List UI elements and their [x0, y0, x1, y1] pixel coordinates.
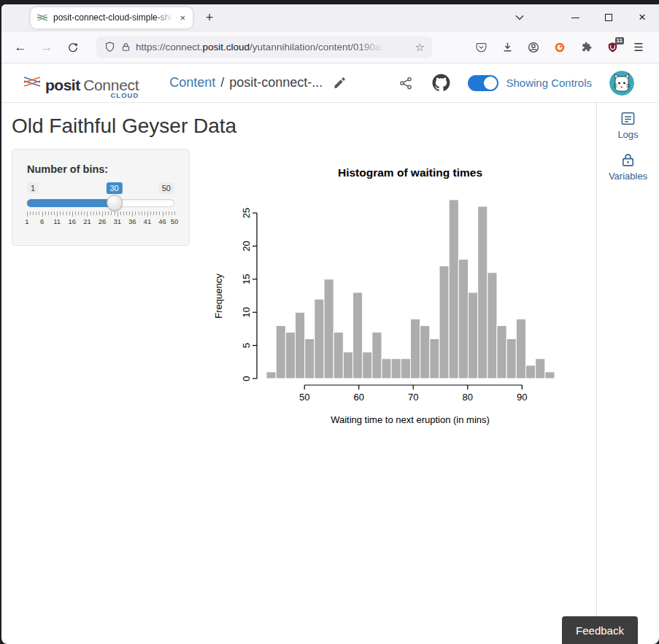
slider-grid-tick	[105, 212, 106, 215]
account-icon[interactable]	[520, 36, 547, 58]
slider-grid-tick	[57, 212, 58, 217]
svg-text:70: 70	[408, 392, 418, 403]
slider-grid-tick	[36, 212, 36, 215]
slider-grid-tick	[33, 212, 34, 215]
slider-grid-tick	[99, 212, 100, 215]
slider-grid-tick	[115, 212, 115, 215]
url-bar[interactable]: https://connect.posit.cloud/yutannihilat…	[96, 36, 432, 58]
svg-text:90: 90	[517, 392, 527, 403]
ublock-icon[interactable]: 11	[599, 36, 625, 58]
slider-grid-tick	[45, 212, 46, 215]
browser-tab[interactable]: posit-connect-cloud-simple-shi ×	[31, 7, 193, 28]
slider-grid-label: 41	[144, 217, 152, 225]
logo-sub: CLOUD	[110, 92, 139, 99]
slider-grid-tick	[129, 212, 130, 215]
slider-grid-tick	[142, 212, 142, 215]
slider-grid-tick	[174, 212, 175, 215]
slider-grid-tick	[90, 212, 91, 215]
slider-grid-tick	[30, 212, 31, 215]
slider-grid-label: 21	[83, 217, 91, 225]
ublock-badge: 11	[615, 37, 624, 44]
slider-grid-tick	[163, 212, 163, 217]
sidebar-item-logs[interactable]: Logs	[617, 110, 638, 140]
toggle-label: Showing Controls	[506, 77, 592, 89]
sidebar-item-variables[interactable]: Variables	[609, 152, 647, 182]
slider-grid-tick	[153, 212, 154, 215]
slider-grid-tick	[144, 212, 145, 215]
slider-grid-tick	[117, 212, 118, 217]
tracking-shield-icon[interactable]	[104, 41, 116, 53]
slider-grid-tick	[135, 212, 136, 215]
logs-icon	[620, 110, 636, 127]
slider-grid-tick	[81, 212, 82, 215]
back-button[interactable]: ←	[9, 36, 32, 58]
posit-weave-icon	[23, 73, 41, 90]
slider-grid-tick	[60, 212, 61, 215]
variables-lock-icon	[620, 152, 636, 168]
breadcrumb: Content / posit-connect-...	[169, 75, 323, 90]
maximize-button[interactable]	[592, 4, 625, 31]
slider-grid-tick	[111, 212, 112, 215]
slider-grid-tick	[156, 212, 157, 215]
slider-grid-tick	[172, 212, 172, 215]
slider-grid-tick	[132, 212, 133, 217]
github-icon[interactable]	[432, 74, 450, 92]
svg-text:0: 0	[241, 376, 252, 381]
showing-controls-toggle[interactable]	[468, 75, 498, 91]
svg-text:15: 15	[241, 274, 252, 284]
slider-handle[interactable]	[107, 195, 123, 211]
slider-grid-tick	[169, 212, 169, 215]
slider-grid-tick	[120, 212, 121, 215]
slider-grid-tick	[75, 212, 76, 215]
histogram-plot: Histogram of waiting times0510152025Freq…	[208, 158, 573, 431]
minimize-button[interactable]	[558, 4, 592, 31]
breadcrumb-separator: /	[220, 75, 224, 90]
posit-connect-logo[interactable]: posit Connect CLOUD	[23, 73, 139, 93]
slider-grid-tick	[84, 212, 85, 215]
slider-min-label: 1	[27, 182, 39, 194]
slider-grid-tick	[39, 212, 39, 215]
tab-close-icon[interactable]: ×	[178, 12, 187, 23]
edit-pencil-icon[interactable]	[333, 76, 347, 90]
menu-hamburger-icon[interactable]: ☰	[625, 36, 652, 58]
forward-button[interactable]: →	[35, 36, 58, 58]
feedback-button[interactable]: Feedback	[562, 616, 638, 644]
list-tabs-chevron-icon[interactable]	[509, 7, 531, 28]
bookmark-star-icon[interactable]: ☆	[415, 41, 425, 54]
slider-grid-tick	[96, 212, 97, 215]
slider-grid-label: 1	[25, 217, 28, 225]
slider-grid-tick	[87, 212, 88, 217]
toggle-knob	[484, 77, 497, 90]
sidebar-well: Number of bins: 1 50 30 1611162126313641…	[12, 149, 190, 246]
tab-title: posit-connect-cloud-simple-shi	[53, 12, 173, 23]
slider-grid-tick	[123, 212, 124, 215]
new-tab-button[interactable]: +	[199, 7, 220, 28]
downloads-icon[interactable]	[494, 36, 520, 58]
share-icon[interactable]	[398, 76, 413, 90]
slider-grid-tick	[93, 212, 94, 215]
breadcrumb-content-link[interactable]: Content	[169, 75, 215, 90]
slider-track-fill	[27, 199, 115, 207]
slider-grid-tick	[51, 212, 52, 215]
user-avatar[interactable]	[609, 71, 634, 96]
pocket-icon[interactable]	[468, 36, 494, 58]
lock-icon[interactable]	[120, 42, 131, 53]
slider-grid-tick	[66, 212, 67, 215]
navigation-toolbar: ← → https://connect.posit.cloud/yutannih…	[1, 31, 659, 63]
page-content: Old Faithful Geyser Data Number of bins:…	[1, 103, 659, 644]
extension-icon-orange[interactable]	[547, 36, 573, 58]
toolbar-extension-icons: 11 ☰	[468, 36, 652, 58]
url-path: /yutannihilation/content/0190a57	[250, 42, 385, 53]
close-button[interactable]: ×	[625, 4, 659, 31]
slider-grid-label: 26	[99, 217, 107, 225]
reload-button[interactable]	[61, 36, 85, 58]
sidebar-item-label: Logs	[617, 129, 638, 140]
slider-grid-label: 16	[69, 217, 77, 225]
slider-grid-tick	[72, 212, 73, 217]
window-controls: ×	[558, 4, 659, 31]
svg-text:80: 80	[463, 392, 473, 403]
slider-grid-label: 11	[53, 217, 61, 225]
extensions-puzzle-icon[interactable]	[573, 36, 599, 58]
slider-grid-tick	[69, 212, 70, 215]
tab-bar: posit-connect-cloud-simple-shi × + ×	[1, 4, 659, 31]
